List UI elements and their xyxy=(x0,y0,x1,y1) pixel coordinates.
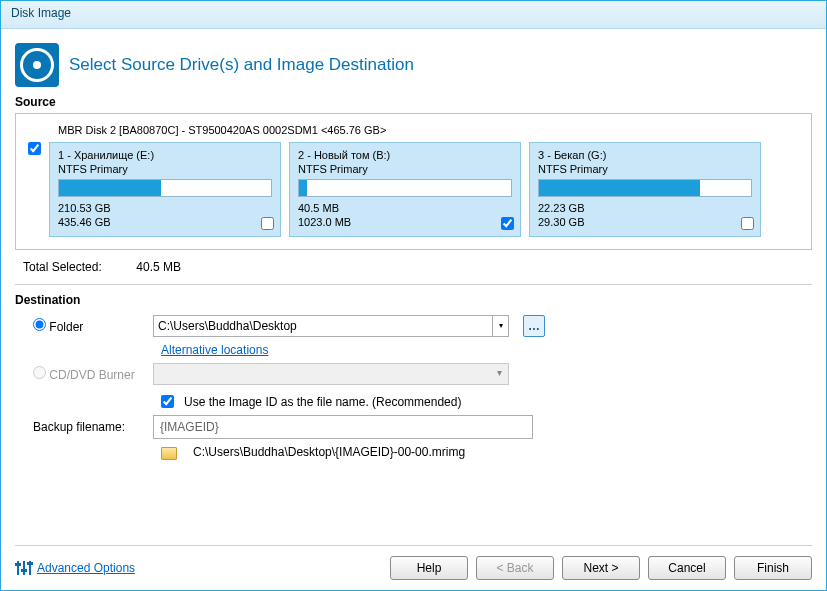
footer: Advanced Options Help < Back Next > Canc… xyxy=(15,545,812,580)
destination-label: Destination xyxy=(15,293,812,307)
partition-checkbox[interactable] xyxy=(501,217,514,230)
folder-label-text: Folder xyxy=(49,320,83,334)
usage-fill xyxy=(539,180,700,196)
usage-bar xyxy=(58,179,272,197)
partition-item[interactable]: 3 - Бекап (G:) NTFS Primary 22.23 GB 29.… xyxy=(529,142,761,237)
use-imageid-label: Use the Image ID as the file name. (Reco… xyxy=(184,395,461,409)
burner-radio xyxy=(33,366,46,379)
folder-combo: ▾ xyxy=(153,315,509,337)
partition-title: 2 - Новый том (B:) xyxy=(298,149,512,161)
total-size: 1023.0 MB xyxy=(298,215,512,229)
burner-combo xyxy=(153,363,509,385)
page-title: Select Source Drive(s) and Image Destina… xyxy=(69,55,414,75)
used-size: 22.23 GB xyxy=(538,201,752,215)
total-selected-value: 40.5 MB xyxy=(136,260,181,274)
usage-fill xyxy=(299,180,307,196)
advanced-options-row: Advanced Options xyxy=(15,560,135,576)
window-title: Disk Image xyxy=(11,6,71,20)
folder-radio-label: Folder xyxy=(33,318,143,334)
folder-path-input[interactable] xyxy=(153,315,493,337)
partition-type: NTFS Primary xyxy=(538,163,752,175)
alt-locations-row: Alternative locations xyxy=(33,343,812,357)
disk-checkbox[interactable] xyxy=(28,142,41,155)
folder-dropdown-icon[interactable]: ▾ xyxy=(493,315,509,337)
alternative-locations-link[interactable]: Alternative locations xyxy=(161,343,268,357)
page-header: Select Source Drive(s) and Image Destina… xyxy=(15,43,812,87)
partition-checkbox[interactable] xyxy=(261,217,274,230)
burner-radio-label: CD/DVD Burner xyxy=(33,366,143,382)
used-size: 40.5 MB xyxy=(298,201,512,215)
source-label: Source xyxy=(15,95,812,109)
used-size: 210.53 GB xyxy=(58,201,272,215)
filename-row: Backup filename: xyxy=(33,415,812,439)
folder-radio[interactable] xyxy=(33,318,46,331)
help-button[interactable]: Help xyxy=(390,556,468,580)
finish-button[interactable]: Finish xyxy=(734,556,812,580)
hard-drive-icon xyxy=(15,43,59,87)
partition-checkbox[interactable] xyxy=(741,217,754,230)
folder-row: Folder ▾ … xyxy=(33,315,812,337)
button-bar: Help < Back Next > Cancel Finish xyxy=(390,556,812,580)
burner-label-text: CD/DVD Burner xyxy=(49,368,134,382)
next-button[interactable]: Next > xyxy=(562,556,640,580)
total-selected-row: Total Selected: 40.5 MB xyxy=(23,260,812,274)
usage-bar xyxy=(538,179,752,197)
destination-panel: Folder ▾ … Alternative locations CD/DVD … xyxy=(15,311,812,459)
filename-label: Backup filename: xyxy=(33,420,143,434)
back-button: < Back xyxy=(476,556,554,580)
total-size: 435.46 GB xyxy=(58,215,272,229)
usage-fill xyxy=(59,180,161,196)
partition-sizes: 22.23 GB 29.30 GB xyxy=(538,201,752,230)
cancel-button[interactable]: Cancel xyxy=(648,556,726,580)
partition-type: NTFS Primary xyxy=(58,163,272,175)
partition-title: 1 - Хранилище (E:) xyxy=(58,149,272,161)
disk-row: 1 - Хранилище (E:) NTFS Primary 210.53 G… xyxy=(28,142,799,237)
total-selected-label: Total Selected: xyxy=(23,260,133,274)
partition-sizes: 210.53 GB 435.46 GB xyxy=(58,201,272,230)
partition-list: 1 - Хранилище (E:) NTFS Primary 210.53 G… xyxy=(49,142,799,237)
partition-item[interactable]: 1 - Хранилище (E:) NTFS Primary 210.53 G… xyxy=(49,142,281,237)
content-area: Select Source Drive(s) and Image Destina… xyxy=(1,29,826,475)
disk-descriptor: MBR Disk 2 [BA80870C] - ST9500420AS 0002… xyxy=(58,124,799,136)
source-box: MBR Disk 2 [BA80870C] - ST9500420AS 0002… xyxy=(15,113,812,250)
wizard-window: Disk Image Select Source Drive(s) and Im… xyxy=(0,0,827,591)
output-path-row: C:\Users\Buddha\Desktop\{IMAGEID}-00-00.… xyxy=(33,445,812,459)
total-size: 29.30 GB xyxy=(538,215,752,229)
divider xyxy=(15,284,812,285)
titlebar: Disk Image xyxy=(1,1,826,29)
folder-icon xyxy=(161,447,177,460)
usage-bar xyxy=(298,179,512,197)
browse-button[interactable]: … xyxy=(523,315,545,337)
burner-row: CD/DVD Burner xyxy=(33,363,812,385)
imageid-row: Use the Image ID as the file name. (Reco… xyxy=(33,395,812,409)
partition-title: 3 - Бекап (G:) xyxy=(538,149,752,161)
advanced-options-link[interactable]: Advanced Options xyxy=(37,561,135,575)
filename-input[interactable] xyxy=(153,415,533,439)
partition-sizes: 40.5 MB 1023.0 MB xyxy=(298,201,512,230)
use-imageid-checkbox[interactable] xyxy=(161,395,174,408)
partition-item[interactable]: 2 - Новый том (B:) NTFS Primary 40.5 MB … xyxy=(289,142,521,237)
partition-type: NTFS Primary xyxy=(298,163,512,175)
output-path-text: C:\Users\Buddha\Desktop\{IMAGEID}-00-00.… xyxy=(193,445,465,459)
sliders-icon xyxy=(15,560,31,576)
